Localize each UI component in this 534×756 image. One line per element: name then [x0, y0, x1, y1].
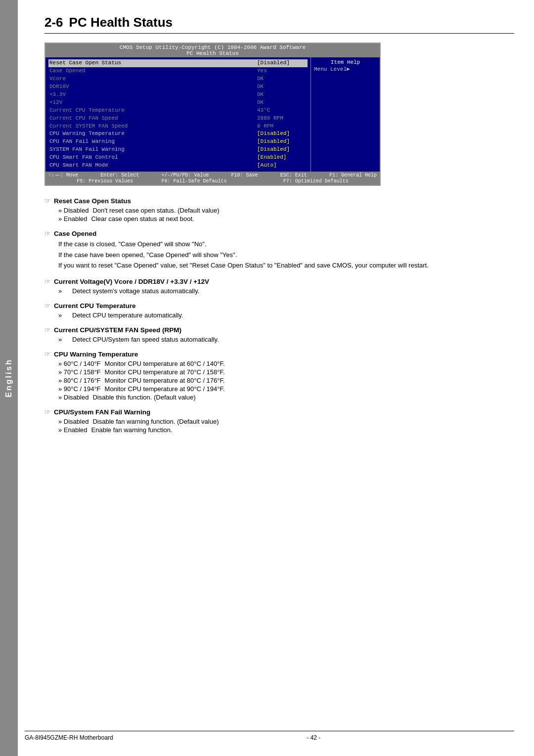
bios-row: VcoreOK: [48, 75, 308, 83]
section-current-cpu-temp: ☞Current CPU Temperature»Detect CPU temp…: [44, 302, 514, 319]
sub-item: » EnabledEnable fan warning function.: [58, 426, 514, 434]
section-title: PC Health Status: [69, 15, 173, 30]
section-desc: If you want to reset "Case Opened" value…: [58, 261, 514, 270]
bios-help-title: Item Help: [314, 59, 377, 65]
sub-desc: Monitor CPU temperature at 70°C / 158°F.: [105, 368, 225, 376]
bios-row-label: SYSTEM FAN Fail Warning: [49, 146, 148, 154]
bios-footer-item: ESC: Exit: [280, 173, 307, 178]
bios-header-line2: PC Health Status: [45, 50, 380, 56]
bios-help-content: Menu Level►: [314, 66, 377, 72]
sub-bullet: »: [58, 287, 68, 295]
bios-row-value: [Disabled]: [257, 59, 307, 67]
section-case-opened: ☞Case OpenedIf the case is closed, "Case…: [44, 229, 514, 270]
bios-row-label: +3.3V: [49, 91, 148, 99]
bios-row-value: OK: [257, 83, 307, 91]
main-content: 2-6PC Health Status CMOS Setup Utility-C…: [25, 0, 534, 460]
bios-row-value: 0 RPM: [257, 123, 307, 131]
section-title: Current Voltage(V) Vcore / DDR18V / +3.3…: [54, 278, 209, 285]
sub-item: » DisabledDisable fan warning function. …: [58, 418, 514, 425]
section-number: 2-6: [44, 15, 63, 30]
section-header: ☞Reset Case Open Status: [44, 197, 514, 205]
section-title: Current CPU Temperature: [54, 302, 136, 310]
sub-bullet: » Enabled: [58, 426, 88, 434]
footer-center: - 42 -: [307, 734, 320, 741]
bios-footer-item: F7: Optimized Defaults: [283, 178, 349, 184]
bios-row: SYSTEM FAN Fail Warning[Disabled]: [48, 146, 308, 154]
sections-container: ☞Reset Case Open Status» DisabledDon't r…: [44, 197, 514, 434]
bios-row: Current CPU Temperature43°C: [48, 107, 308, 115]
bios-row-value: 2880 RPM: [257, 115, 307, 123]
bios-row: DDR18VOK: [48, 83, 308, 91]
sub-desc: Disable this function. (Default value): [92, 394, 195, 401]
bios-row-value: [Disabled]: [257, 138, 307, 146]
bios-row-label: CPU Smart FAN Mode: [49, 162, 148, 170]
sub-bullet: » 90°C / 194°F: [58, 385, 101, 393]
bios-row-label: Current CPU Temperature: [49, 107, 148, 115]
bios-row: CPU Warning Temperature[Disabled]: [48, 130, 308, 138]
bios-main-panel: Reset Case Open Status[Disabled]Case Ope…: [45, 57, 311, 172]
section-arrow-icon: ☞: [44, 350, 51, 358]
bios-body: Reset Case Open Status[Disabled]Case Ope…: [45, 57, 380, 172]
section-arrow-icon: ☞: [44, 197, 51, 205]
bios-row-value: Yes: [257, 67, 307, 75]
section-title: CPU/System FAN Fail Warning: [54, 408, 150, 416]
sub-desc: Monitor CPU temperature at 90°C / 194°F.: [105, 385, 225, 393]
bios-row-value: [Disabled]: [257, 146, 307, 154]
section-title: Current CPU/SYSTEM FAN Speed (RPM): [54, 326, 181, 334]
section-header: ☞Current CPU Temperature: [44, 302, 514, 310]
section-header: ☞Current CPU/SYSTEM FAN Speed (RPM): [44, 326, 514, 334]
side-tab-label: English: [4, 358, 13, 398]
sub-item: » 70°C / 158°FMonitor CPU temperature at…: [58, 368, 514, 376]
section-title: Case Opened: [54, 230, 96, 237]
bios-row-label: Current SYSTEM FAN Speed: [49, 123, 148, 131]
bios-header: CMOS Setup Utility-Copyright (C) 1984-20…: [45, 44, 380, 57]
section-header: ☞CPU/System FAN Fail Warning: [44, 408, 514, 416]
bios-row: Current SYSTEM FAN Speed0 RPM: [48, 123, 308, 131]
bios-row: +12VOK: [48, 99, 308, 107]
bios-footer-item: ↑↓→←: Move: [48, 173, 78, 178]
bios-footer: ↑↓→←: MoveEnter: Select+/-/PU/PD: ValueF…: [45, 172, 380, 185]
sub-bullet: »: [58, 336, 68, 343]
bios-row-value: 43°C: [257, 107, 307, 115]
bios-header-line1: CMOS Setup Utility-Copyright (C) 1984-20…: [45, 44, 380, 50]
bios-row-label: Vcore: [49, 75, 148, 83]
sub-item: » 90°C / 194°FMonitor CPU temperature at…: [58, 385, 514, 393]
sub-desc: Monitor CPU temperature at 80°C / 176°F.: [105, 377, 225, 384]
bios-row: +3.3VOK: [48, 91, 308, 99]
bios-screen: CMOS Setup Utility-Copyright (C) 1984-20…: [44, 43, 381, 186]
bios-row-label: +12V: [49, 99, 148, 107]
bios-footer-row1: ↑↓→←: MoveEnter: Select+/-/PU/PD: ValueF…: [48, 173, 377, 178]
bios-row: CPU Smart FAN Mode[Auto]: [48, 162, 308, 170]
sub-desc: Disable fan warning function. (Default v…: [92, 418, 219, 425]
bios-row-label: Current CPU FAN Speed: [49, 115, 148, 123]
sub-desc: Detect CPU/System fan speed status autom…: [72, 336, 219, 343]
bios-row: Case OpenedYes: [48, 67, 308, 75]
bios-row: Reset Case Open Status[Disabled]: [48, 59, 308, 67]
section-reset-case: ☞Reset Case Open Status» DisabledDon't r…: [44, 197, 514, 222]
bios-row-value: OK: [257, 75, 307, 83]
sub-item: » 60°C / 140°FMonitor CPU temperature at…: [58, 360, 514, 367]
bios-footer-row2: F5: Previous ValuesF6: Fail-Safe Default…: [48, 178, 377, 184]
sub-item: »Detect CPU/System fan speed status auto…: [58, 336, 514, 343]
section-cpu-fan-fail: ☞CPU/System FAN Fail Warning» DisabledDi…: [44, 408, 514, 434]
sub-item: » EnabledClear case open status at next …: [58, 215, 514, 222]
bios-row-value: [Auto]: [257, 162, 307, 170]
bios-row-label: DDR18V: [49, 83, 148, 91]
side-tab: English: [0, 0, 18, 756]
section-title: CPU Warning Temperature: [54, 351, 138, 358]
sub-item: »Detect CPU temperature automatically.: [58, 311, 514, 319]
section-cpu-warning-temp: ☞CPU Warning Temperature» 60°C / 140°FMo…: [44, 350, 514, 401]
bios-footer-item: F10: Save: [231, 173, 258, 178]
sub-desc: Don't reset case open status. (Default v…: [92, 207, 219, 214]
bios-row-label: CPU Warning Temperature: [49, 130, 148, 138]
section-current-fan-speed: ☞Current CPU/SYSTEM FAN Speed (RPM)»Dete…: [44, 326, 514, 343]
bios-row-label: CPU Smart FAN Control: [49, 154, 148, 162]
sub-bullet: » Enabled: [58, 215, 88, 222]
bios-row: CPU FAN Fail Warning[Disabled]: [48, 138, 308, 146]
bios-row: CPU Smart FAN Control[Enabled]: [48, 154, 308, 162]
section-desc: If the case is closed, "Case Opened" wil…: [58, 239, 514, 249]
sub-desc: Detect system's voltage status automatic…: [72, 287, 199, 295]
bios-row-label: Reset Case Open Status: [49, 59, 148, 67]
sub-bullet: » Disabled: [58, 394, 89, 401]
bios-footer-item: F5: Previous Values: [77, 178, 133, 184]
